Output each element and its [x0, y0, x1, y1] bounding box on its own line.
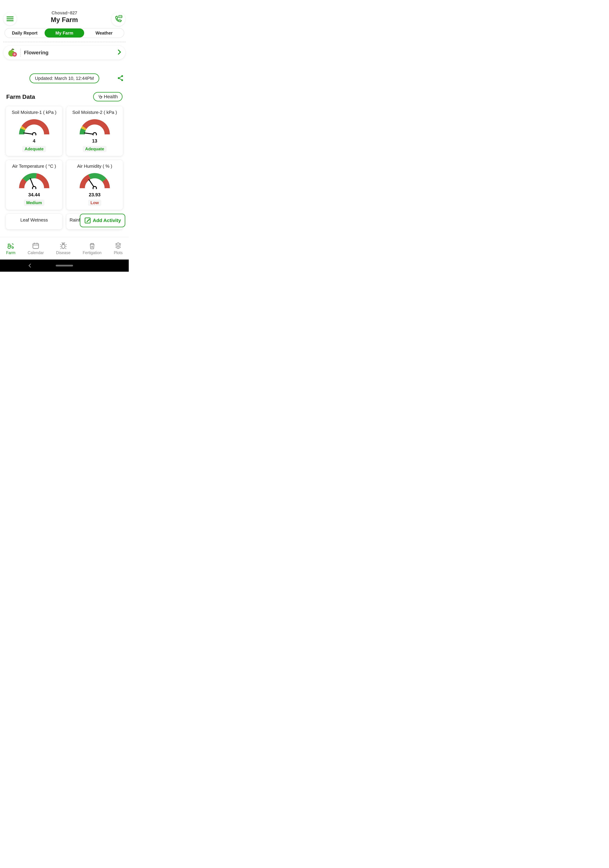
bug-icon: [60, 242, 67, 250]
vertical-divider: [20, 49, 21, 57]
tractor-icon: [7, 242, 15, 250]
system-home-pill[interactable]: [56, 265, 73, 267]
nav-fertigation[interactable]: Fertigation: [83, 242, 102, 255]
header-center: Chovad~827 My Farm: [51, 11, 78, 23]
top-tabs: Daily Report My Farm Weather: [5, 28, 124, 38]
calendar-icon: [32, 242, 40, 250]
tab-my-farm[interactable]: My Farm: [45, 28, 84, 37]
nav-label: Farm: [6, 251, 15, 255]
crop-stage-row[interactable]: Flowering: [3, 46, 125, 60]
sensor-card[interactable]: Air Temperature ( °C )34.44Medium: [6, 160, 62, 210]
card-value: 34.44: [28, 192, 40, 198]
svg-point-24: [93, 186, 96, 189]
svg-point-27: [12, 247, 13, 248]
phone-chat-icon: [114, 15, 122, 23]
svg-point-16: [101, 96, 102, 97]
layers-icon: [114, 242, 122, 250]
add-activity-button[interactable]: Add Activity: [80, 214, 125, 227]
hamburger-icon: [6, 16, 14, 22]
card-status: Adequate: [22, 146, 46, 152]
section-title: Farm Data: [6, 93, 35, 100]
crop-fruit-icon: [8, 48, 17, 57]
svg-point-22: [32, 186, 36, 189]
svg-point-11: [14, 55, 14, 55]
gauge-icon: [18, 118, 51, 135]
sensor-card[interactable]: Soil Moisture-2 ( kPa )13Adequate: [66, 106, 123, 156]
svg-rect-28: [33, 243, 39, 248]
page-title: My Farm: [51, 16, 78, 23]
add-activity-label: Add Activity: [93, 218, 121, 223]
tab-daily-report[interactable]: Daily Report: [5, 28, 45, 37]
svg-point-30: [62, 243, 64, 245]
nav-farm[interactable]: Farm: [6, 242, 15, 255]
card-value: 23.93: [89, 192, 100, 198]
card-status: Adequate: [83, 146, 107, 152]
nav-calendar[interactable]: Calendar: [28, 242, 44, 255]
divider: [3, 42, 126, 42]
sensor-card[interactable]: Leaf Wetness: [6, 214, 62, 229]
sensor-card[interactable]: Air Humidity ( % )23.93Low: [66, 160, 123, 210]
sensor-card[interactable]: Soil Moisture-1 ( kPa )4Adequate: [6, 106, 62, 156]
crop-stage-label: Flowering: [24, 50, 118, 56]
nav-disease[interactable]: Disease: [56, 242, 70, 255]
svg-point-12: [15, 55, 15, 55]
edit-icon: [84, 217, 91, 224]
android-system-bar: [0, 260, 129, 272]
nav-plots[interactable]: Plots: [114, 242, 123, 255]
svg-point-8: [14, 54, 14, 54]
gauge-icon: [78, 118, 111, 135]
gauge-icon: [78, 172, 111, 189]
chevron-right-icon: [118, 50, 121, 56]
nav-label: Disease: [56, 251, 70, 255]
svg-point-1: [119, 16, 120, 17]
header-subtitle: Chovad~827: [51, 11, 78, 16]
card-value: 13: [92, 138, 97, 144]
card-title: Air Temperature ( °C ): [12, 164, 56, 169]
card-status: Medium: [24, 200, 45, 206]
nav-label: Plots: [114, 251, 123, 255]
svg-point-26: [8, 246, 11, 248]
svg-point-5: [12, 49, 14, 50]
updated-timestamp[interactable]: Updated: March 10, 12:44PM: [29, 73, 99, 83]
svg-point-2: [120, 16, 121, 17]
card-title: Soil Moisture-2 ( kPa ): [73, 110, 117, 115]
gauge-icon: [18, 172, 51, 189]
svg-point-3: [121, 16, 122, 17]
svg-point-15: [121, 79, 123, 81]
share-button[interactable]: [117, 74, 124, 82]
card-title: Soil Moisture-1 ( kPa ): [12, 110, 56, 115]
nav-label: Fertigation: [83, 251, 102, 255]
health-label: Health: [104, 94, 118, 99]
stethoscope-icon: [98, 95, 102, 99]
svg-point-18: [32, 133, 36, 135]
svg-point-14: [118, 77, 119, 79]
svg-point-13: [121, 75, 123, 77]
support-call-button[interactable]: [111, 12, 125, 26]
bottom-nav: Farm Calendar Disease Fertigation Plots: [0, 237, 129, 260]
tab-weather[interactable]: Weather: [84, 28, 124, 37]
card-value: 4: [33, 138, 36, 144]
card-title: Air Humidity ( % ): [77, 164, 112, 169]
nav-label: Calendar: [28, 251, 44, 255]
svg-point-9: [15, 54, 15, 54]
svg-point-7: [14, 53, 15, 55]
system-back-icon[interactable]: [28, 264, 32, 268]
menu-button[interactable]: [3, 12, 17, 25]
card-status: Low: [88, 200, 101, 206]
fertigation-icon: [88, 242, 96, 250]
card-title: Leaf Wetness: [20, 217, 48, 223]
svg-point-20: [93, 133, 96, 135]
health-button[interactable]: Health: [93, 92, 122, 101]
